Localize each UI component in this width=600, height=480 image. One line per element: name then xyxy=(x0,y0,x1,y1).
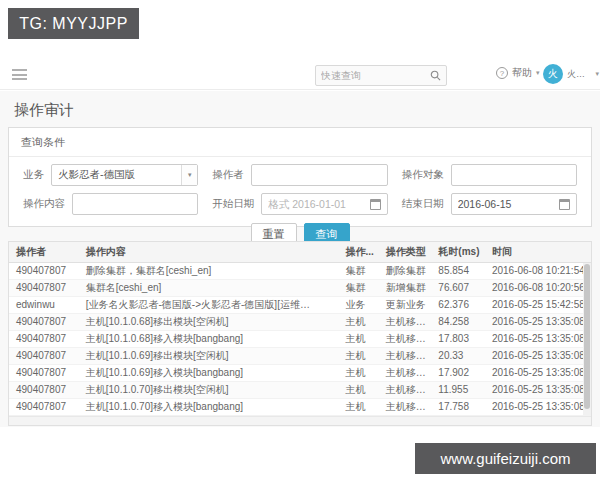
cell-operator: edwinwu xyxy=(9,296,82,313)
cell-operator: 490407807 xyxy=(9,279,82,296)
chevron-down-icon: ▾ xyxy=(595,70,599,78)
cell-content: 主机[10.1.0.70]移出模块[空闲机] xyxy=(82,381,342,398)
table-row[interactable]: 490407807主机[10.1.0.70]移出模块[空闲机]主机主机移出模块1… xyxy=(9,381,591,398)
target-input[interactable] xyxy=(452,169,576,181)
quick-search[interactable] xyxy=(315,65,447,86)
cell-cost: 17.758 xyxy=(434,398,488,415)
cell-content: 主机[10.1.0.68]移出模块[空闲机] xyxy=(82,313,342,330)
end-date-input[interactable] xyxy=(452,198,557,210)
cell-time: 2016-06-08 10:21:54 xyxy=(488,262,591,279)
cell-object: 业务 xyxy=(341,296,381,313)
cell-time: 2016-05-25 13:35:08 xyxy=(488,381,591,398)
table-row[interactable]: 490407807主机[10.1.0.68]移出模块[空闲机]主机主机移出模块8… xyxy=(9,313,591,330)
target-label: 操作对象 xyxy=(402,168,444,182)
cell-operator: 490407807 xyxy=(9,347,82,364)
vertical-scrollbar[interactable] xyxy=(583,263,591,415)
column-header-4: 耗时(ms) xyxy=(434,242,488,262)
cell-cost: 11.955 xyxy=(434,381,488,398)
table-header-row: 操作者操作内容操作...操作类型耗时(ms)时间 xyxy=(9,242,591,262)
cell-cost: 17.902 xyxy=(434,364,488,381)
chevron-down-icon: ▾ xyxy=(181,165,197,185)
operator-input[interactable] xyxy=(252,169,387,181)
start-date-field: 开始日期 xyxy=(212,193,387,215)
website-banner-text: www.guifeizuiji.com xyxy=(440,450,570,467)
avatar: 火 xyxy=(543,64,563,84)
table-row[interactable]: 490407807主机[10.1.0.69]移入模块[bangbang]主机主机… xyxy=(9,364,591,381)
business-select-value: 火影忍者-德国版 xyxy=(52,168,141,182)
top-bar: ? 帮助 ▾ 火 火影忍者-德... ▾ xyxy=(0,60,600,90)
cell-cost: 20.33 xyxy=(434,347,488,364)
cell-type: 主机移入模块 xyxy=(382,364,435,381)
cell-content: 主机[10.1.0.69]移入模块[bangbang] xyxy=(82,364,342,381)
search-input[interactable] xyxy=(321,70,430,81)
start-date-input[interactable] xyxy=(262,198,367,210)
cell-type: 主机移出模块 xyxy=(382,347,435,364)
cell-time: 2016-05-25 13:35:08 xyxy=(488,398,591,415)
content-input[interactable] xyxy=(73,198,197,210)
cell-object: 主机 xyxy=(341,347,381,364)
filter-row-2: 操作内容 开始日期 结束日期 xyxy=(9,193,591,215)
help-menu[interactable]: ? 帮助 ▾ xyxy=(496,66,540,80)
cell-time: 2016-05-25 13:35:08 xyxy=(488,330,591,347)
cell-type: 主机移出模块 xyxy=(382,313,435,330)
cell-type: 更新业务 xyxy=(382,296,435,313)
business-field: 业务 火影忍者-德国版 ▾ xyxy=(23,164,198,186)
content-field: 操作内容 xyxy=(23,193,198,215)
start-date-label: 开始日期 xyxy=(212,197,254,211)
cell-operator: 490407807 xyxy=(9,381,82,398)
column-header-0: 操作者 xyxy=(9,242,82,262)
target-field: 操作对象 xyxy=(402,164,577,186)
tg-banner-text: TG: MYYJJPP xyxy=(19,15,128,33)
table-row[interactable]: 490407807集群名[ceshi_en]集群新增集群76.6072016-0… xyxy=(9,279,591,296)
cell-cost: 62.376 xyxy=(434,296,488,313)
cell-type: 新增集群 xyxy=(382,279,435,296)
cell-time: 2016-05-25 15:42:58 xyxy=(488,296,591,313)
table-footer xyxy=(9,416,591,425)
column-header-5: 时间 xyxy=(488,242,591,262)
redacted-blur xyxy=(300,300,342,310)
website-banner: www.guifeizuiji.com xyxy=(415,443,596,474)
tg-banner: TG: MYYJJPP xyxy=(8,8,139,39)
panel-title: 查询条件 xyxy=(9,128,591,157)
cell-operator: 490407807 xyxy=(9,364,82,381)
table-row[interactable]: 490407807主机[10.1.0.70]移入模块[bangbang]主机主机… xyxy=(9,398,591,415)
cell-cost: 17.803 xyxy=(434,330,488,347)
operator-field: 操作者 xyxy=(212,164,387,186)
audit-table-body: 490407807删除集群，集群名[ceshi_en]集群删除集群85.8542… xyxy=(9,262,591,415)
cell-time: 2016-05-25 13:35:08 xyxy=(488,364,591,381)
column-header-3: 操作类型 xyxy=(382,242,435,262)
query-conditions-panel: 查询条件 业务 火影忍者-德国版 ▾ 操作者 操作对象 操作内容 xyxy=(8,127,592,227)
cell-time: 2016-05-25 13:35:08 xyxy=(488,313,591,330)
search-icon[interactable] xyxy=(430,70,441,81)
content-label: 操作内容 xyxy=(23,197,65,211)
cell-operator: 490407807 xyxy=(9,262,82,279)
table-row[interactable]: 490407807主机[10.1.0.68]移入模块[bangbang]主机主机… xyxy=(9,330,591,347)
filter-row-1: 业务 火影忍者-德国版 ▾ 操作者 操作对象 xyxy=(9,164,591,186)
column-header-1: 操作内容 xyxy=(82,242,342,262)
table-row[interactable]: edwinwu[业务名火影忍者-德国版->火影忍者-德国版][运维...业务更新… xyxy=(9,296,591,313)
end-date-label: 结束日期 xyxy=(402,197,444,211)
cell-time: 2016-06-08 10:20:56 xyxy=(488,279,591,296)
table-row[interactable]: 490407807主机[10.1.0.69]移出模块[空闲机]主机主机移出模块2… xyxy=(9,347,591,364)
cell-content: 主机[10.1.0.70]移入模块[bangbang] xyxy=(82,398,342,415)
table-row[interactable]: 490407807删除集群，集群名[ceshi_en]集群删除集群85.8542… xyxy=(9,262,591,279)
cell-object: 集群 xyxy=(341,279,381,296)
cell-operator: 490407807 xyxy=(9,330,82,347)
cell-cost: 84.258 xyxy=(434,313,488,330)
business-select[interactable]: 火影忍者-德国版 ▾ xyxy=(51,164,198,186)
page-title: 操作审计 xyxy=(14,101,74,120)
calendar-icon[interactable] xyxy=(559,199,570,210)
audit-table: 操作者操作内容操作...操作类型耗时(ms)时间 490407807删除集群，集… xyxy=(8,241,592,426)
cell-operator: 490407807 xyxy=(9,313,82,330)
cell-object: 主机 xyxy=(341,364,381,381)
cell-type: 主机移入模块 xyxy=(382,330,435,347)
column-header-2: 操作... xyxy=(341,242,381,262)
cell-type: 主机移出模块 xyxy=(382,381,435,398)
cell-object: 主机 xyxy=(341,330,381,347)
menu-icon[interactable] xyxy=(12,69,27,80)
calendar-icon[interactable] xyxy=(370,199,381,210)
cell-type: 删除集群 xyxy=(382,262,435,279)
scrollbar-thumb[interactable] xyxy=(584,264,590,409)
user-menu[interactable]: 火 火影忍者-德... ▾ xyxy=(543,64,599,84)
cell-operator: 490407807 xyxy=(9,398,82,415)
